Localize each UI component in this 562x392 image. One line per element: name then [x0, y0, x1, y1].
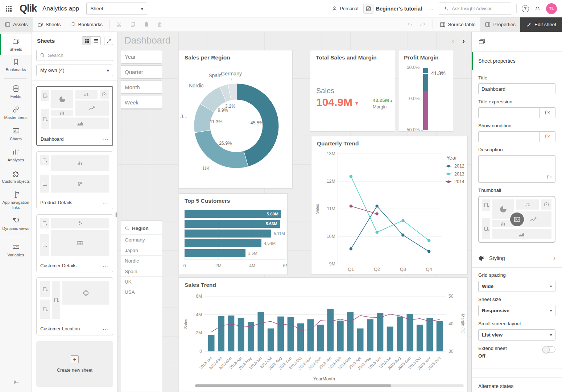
sheets-collection-filter[interactable]: My own (4) ▾ [36, 65, 113, 76]
previous-sheet-icon[interactable]: ‹ [452, 36, 454, 45]
bar-2012-Apr[interactable] [238, 318, 244, 351]
bar-customer-3[interactable] [185, 230, 271, 238]
filter-pane-year[interactable]: Year [121, 50, 162, 63]
show-condition-input[interactable] [478, 131, 540, 142]
cut-icon[interactable] [116, 21, 123, 28]
line-point-2012[interactable] [350, 247, 352, 250]
bar-2013-Mar[interactable] [347, 312, 354, 351]
filter-pane-quarter[interactable]: Quarter [121, 65, 162, 78]
bar-customer-4[interactable] [185, 239, 261, 247]
fx-icon[interactable]: ƒ× [546, 174, 552, 180]
collapse-panel-icon[interactable] [0, 373, 32, 392]
personal-space-button[interactable]: Personal [331, 5, 358, 12]
tab-assets[interactable]: Assets [0, 17, 33, 32]
scrollbar-thumb[interactable] [195, 384, 391, 387]
bar-2013-Dec[interactable] [437, 321, 443, 351]
description-textarea[interactable]: ƒ× [478, 155, 555, 183]
rail-item-custom-objects[interactable]: Custom objects [0, 166, 32, 187]
fx-expression-button[interactable]: ƒ× [540, 107, 555, 118]
sheet-selector[interactable]: Sheet ▾ [86, 3, 147, 15]
rail-item-variables[interactable]: x = Variables [0, 240, 32, 261]
paste-icon[interactable] [143, 21, 149, 28]
sheet-more-menu[interactable]: ··· [103, 199, 109, 206]
small-screen-layout-select[interactable]: List view ▾ [478, 329, 555, 341]
rail-item-bookmarks[interactable]: Bookmarks [0, 55, 32, 75]
fx-expression-button[interactable]: ƒ× [540, 131, 555, 142]
bar-2013-Aug[interactable] [397, 317, 403, 351]
kpi-primary-value[interactable]: 104.9M ▾ [316, 96, 358, 108]
bar-2012-Oct[interactable] [297, 323, 304, 351]
sheets-search[interactable] [36, 50, 113, 61]
bar-2013-Apr[interactable] [357, 329, 364, 351]
title-expression-input[interactable] [478, 107, 540, 118]
panel-resize-handle[interactable]: ∥ [115, 212, 117, 217]
region-item-usa[interactable]: USA [121, 287, 162, 297]
bar-2013-Jul[interactable] [387, 327, 393, 351]
bar-2013-Jan[interactable] [327, 309, 334, 351]
extend-sheet-toggle[interactable] [542, 346, 555, 353]
bar-2012-Jun[interactable] [258, 312, 264, 351]
rail-item-master-items[interactable]: Master items [0, 102, 32, 123]
redo-icon[interactable] [419, 21, 426, 28]
gauge-upper-segment[interactable] [423, 68, 428, 91]
sheet-thumb-customer-location[interactable]: Customer Location ··· [36, 277, 113, 335]
bar-2012-Aug[interactable] [277, 317, 284, 351]
kpi-secondary-value[interactable]: 43.25M ▴ [373, 98, 392, 103]
region-item-uk[interactable]: UK [121, 276, 162, 287]
undo-icon[interactable] [406, 21, 413, 28]
line-point-2012[interactable] [427, 250, 430, 253]
region-item-spain[interactable]: Spain [121, 266, 162, 276]
tab-bookmarks[interactable]: Bookmarks [66, 17, 108, 32]
filter-pane-month[interactable]: Month [121, 81, 162, 94]
rail-item-charts[interactable]: Charts [0, 124, 32, 145]
line-point-2014[interactable] [375, 212, 378, 215]
create-new-sheet-button[interactable]: + Create new sheet [36, 341, 113, 387]
sheet-thumb-product-details[interactable]: Product Details ··· [36, 151, 113, 209]
bar-2012-Nov[interactable] [307, 319, 314, 351]
styling-section[interactable]: Styling › [472, 249, 562, 268]
qlik-logo[interactable]: Qlik [20, 3, 37, 14]
gauge[interactable]: 50.0% 0.0% -50.0% 41.3% [398, 65, 453, 131]
donut-slice-UK[interactable] [195, 130, 248, 168]
region-item-nordic[interactable]: Nordic [121, 255, 162, 266]
thumbnail-preview[interactable]: #1 [478, 196, 555, 243]
sheet-thumb-dashboard[interactable]: #1 Dashboard ··· [36, 86, 113, 146]
expand-panel-icon[interactable] [104, 37, 113, 45]
user-avatar[interactable]: TL [546, 3, 557, 14]
sheet-size-select[interactable]: Responsive ▾ [478, 305, 555, 316]
grid-view-button[interactable] [82, 37, 91, 45]
bar-2012-Jul[interactable] [268, 329, 274, 351]
sheet-more-menu[interactable]: ··· [103, 263, 109, 269]
bar-2013-May[interactable] [367, 319, 373, 351]
rail-item-app-navigation-links[interactable]: App navigation links [0, 187, 32, 213]
sheet-more-menu[interactable]: ··· [102, 136, 109, 142]
delete-icon[interactable] [157, 21, 163, 28]
rail-item-dynamic-views[interactable]: Dynamic views [0, 213, 32, 234]
source-table-button[interactable]: Source table [435, 17, 480, 32]
bar-2013-Jun[interactable] [377, 313, 383, 351]
bar-2013-Nov[interactable] [426, 318, 433, 351]
line-point-2013[interactable] [401, 219, 404, 222]
line-point-2013[interactable] [427, 239, 430, 242]
insight-advisor-search[interactable] [439, 3, 511, 15]
line-point-2012[interactable] [401, 234, 404, 236]
insight-advisor-input[interactable] [452, 6, 503, 11]
bar-customer-5[interactable] [185, 249, 245, 257]
line-point-2013[interactable] [350, 175, 352, 178]
line-point-2013[interactable] [375, 231, 378, 234]
bar-2012-Dec[interactable] [317, 325, 324, 351]
rail-item-fields[interactable]: Fields [0, 81, 32, 102]
properties-button[interactable]: Properties [480, 17, 520, 32]
change-thumbnail-button[interactable] [509, 212, 525, 227]
tab-sheets[interactable]: Sheets [33, 17, 66, 32]
list-view-button[interactable] [91, 37, 100, 45]
app-launcher-icon[interactable] [5, 5, 12, 12]
app-title-group[interactable]: Beginner's tutorial [363, 4, 422, 14]
sheet-thumb-customer-details[interactable]: Customer Details ··· [36, 214, 113, 272]
gauge-lower-segment[interactable] [423, 91, 428, 130]
line-point-2014[interactable] [350, 205, 352, 207]
app-more-menu[interactable]: ··· [427, 5, 434, 12]
bar-2012-Jan[interactable] [208, 335, 215, 351]
help-icon[interactable]: ? [522, 5, 529, 12]
filter-pane-week[interactable]: Week [121, 96, 162, 109]
